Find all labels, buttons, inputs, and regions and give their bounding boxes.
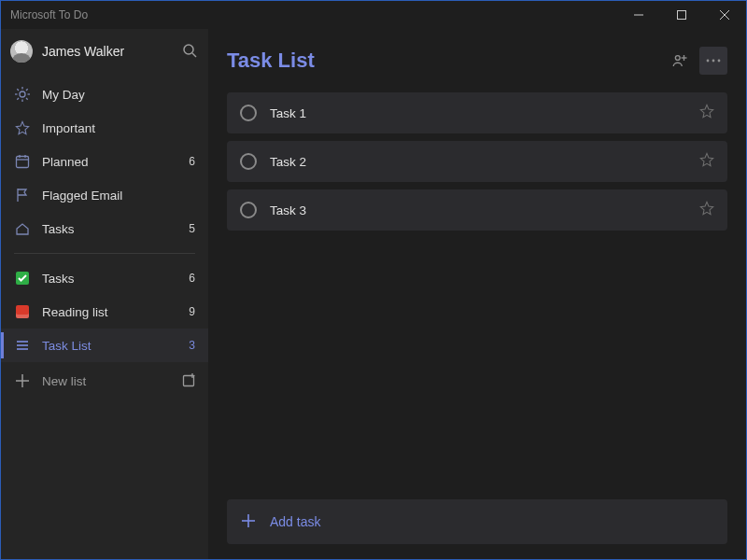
star-icon <box>14 119 31 136</box>
new-group-icon[interactable] <box>182 372 197 390</box>
complete-toggle[interactable] <box>240 153 257 170</box>
sidebar-item-important[interactable]: Important <box>1 111 208 145</box>
flag-icon <box>14 187 31 203</box>
svg-line-13 <box>26 89 28 91</box>
star-icon[interactable] <box>699 201 714 219</box>
search-icon[interactable] <box>182 43 197 61</box>
task-row[interactable]: Task 1 <box>227 92 727 133</box>
add-task-label: Add task <box>270 514 320 529</box>
task-row[interactable]: Task 2 <box>227 141 727 182</box>
app-title: Microsoft To Do <box>10 8 88 21</box>
sidebar-item-label: Task List <box>42 339 177 353</box>
svg-point-6 <box>20 91 25 97</box>
svg-point-27 <box>675 56 680 61</box>
window-titlebar: Microsoft To Do <box>1 1 746 29</box>
calendar-icon <box>14 153 31 170</box>
sidebar-item-count: 9 <box>189 305 195 318</box>
avatar <box>10 40 33 63</box>
sidebar-item-count: 6 <box>189 272 195 285</box>
share-button[interactable] <box>666 47 694 75</box>
sidebar-list-reading[interactable]: Reading list 9 <box>1 295 208 329</box>
complete-toggle[interactable] <box>240 105 257 121</box>
svg-line-11 <box>17 89 19 91</box>
svg-rect-1 <box>678 11 686 20</box>
window-minimize-button[interactable] <box>617 1 660 29</box>
more-options-button[interactable] <box>699 47 727 75</box>
page-title: Task List <box>227 49 660 73</box>
sidebar-list-tasklist[interactable]: Task List 3 <box>1 329 208 362</box>
sidebar-item-label: Important <box>42 121 184 135</box>
sidebar-item-label: Reading list <box>42 305 177 319</box>
svg-point-31 <box>712 60 715 63</box>
sidebar-item-flagged[interactable]: Flagged Email <box>1 178 208 212</box>
list-color-icon <box>14 270 31 287</box>
add-task-row[interactable]: Add task <box>227 499 727 544</box>
new-list-label[interactable]: New list <box>42 374 86 388</box>
window-close-button[interactable] <box>703 1 746 29</box>
svg-point-30 <box>707 60 710 63</box>
user-name: James Walker <box>42 44 173 59</box>
task-row[interactable]: Task 3 <box>227 189 727 231</box>
sun-icon <box>14 86 31 103</box>
sidebar-item-tasks[interactable]: Tasks 5 <box>1 212 208 245</box>
star-icon[interactable] <box>699 152 714 171</box>
sidebar-item-count: 3 <box>189 339 195 352</box>
sidebar-item-label: My Day <box>42 88 184 102</box>
sidebar-divider <box>14 253 195 254</box>
sidebar-item-label: Flagged Email <box>42 189 184 203</box>
complete-toggle[interactable] <box>240 202 257 218</box>
svg-point-32 <box>718 60 721 63</box>
main-pane: Task List Task 1 Task 2 <box>208 29 746 559</box>
task-title: Task 2 <box>270 155 686 169</box>
list-icon <box>14 337 31 354</box>
sidebar-item-count: 6 <box>189 155 195 168</box>
task-title: Task 3 <box>270 203 686 217</box>
svg-point-4 <box>184 45 193 54</box>
sidebar-item-planned[interactable]: Planned 6 <box>1 145 208 178</box>
sidebar-item-myday[interactable]: My Day <box>1 77 208 111</box>
sidebar-item-label: Planned <box>42 155 177 169</box>
plus-icon <box>242 514 255 530</box>
sidebar-item-count: 5 <box>189 222 195 235</box>
list-color-icon <box>14 303 31 320</box>
svg-line-12 <box>26 98 28 100</box>
window-maximize-button[interactable] <box>660 1 703 29</box>
sidebar-list-tasks[interactable]: Tasks 6 <box>1 261 208 295</box>
svg-line-5 <box>192 53 196 57</box>
task-title: Task 1 <box>270 106 686 120</box>
plus-icon[interactable] <box>14 372 31 389</box>
sidebar-item-label: Tasks <box>42 272 177 286</box>
svg-rect-15 <box>17 157 29 168</box>
sidebar-item-label: Tasks <box>42 222 177 236</box>
svg-line-14 <box>17 98 19 100</box>
sidebar: James Walker My Day Importan <box>1 29 208 559</box>
account-row[interactable]: James Walker <box>1 29 208 74</box>
star-icon[interactable] <box>699 104 714 122</box>
home-icon <box>14 220 31 237</box>
